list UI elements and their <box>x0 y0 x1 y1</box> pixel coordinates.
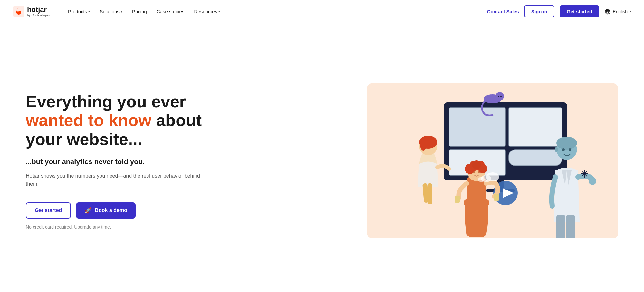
svg-point-31 <box>472 160 481 169</box>
logo-tagline: by Contentsquare <box>27 14 53 17</box>
globe-icon <box>604 8 611 15</box>
hero-content: Everything you ever wanted to know about… <box>26 92 206 229</box>
svg-point-14 <box>498 96 499 97</box>
nav-label-pricing: Pricing <box>132 9 147 14</box>
svg-point-33 <box>478 171 480 173</box>
svg-point-47 <box>555 147 558 152</box>
hero-note: No credit card required. Upgrade any tim… <box>26 224 206 229</box>
svg-point-50 <box>478 177 485 182</box>
nav-item-solutions: Solutions ▾ <box>96 6 126 17</box>
svg-rect-34 <box>455 196 460 203</box>
svg-point-40 <box>589 177 596 185</box>
hero-headline: Everything you ever wanted to know about… <box>26 92 206 149</box>
svg-rect-4 <box>449 108 505 146</box>
book-demo-button[interactable]: 🚀 Book a demo <box>76 202 135 219</box>
logo-link[interactable]: hotjar by Contentsquare <box>13 6 53 17</box>
navbar: hotjar by Contentsquare Products ▾ Solut… <box>0 0 644 23</box>
hotjar-logo-icon <box>13 6 24 17</box>
nav-link-solutions[interactable]: Solutions ▾ <box>96 6 126 17</box>
rocket-icon: 🚀 <box>84 207 91 214</box>
nav-item-case-studies: Case studies <box>153 6 188 17</box>
nav-links: Products ▾ Solutions ▾ Pricing Case stud… <box>64 6 224 17</box>
chevron-down-icon: ▾ <box>218 10 220 13</box>
svg-point-37 <box>556 137 577 150</box>
hero-subheadline: ...but your analytics never told you. <box>26 158 206 166</box>
contact-sales-link[interactable]: Contact Sales <box>487 9 519 14</box>
navbar-right: Contact Sales Sign in Get started Englis… <box>487 5 631 17</box>
svg-point-11 <box>495 92 504 101</box>
logo-text: hotjar by Contentsquare <box>27 6 53 17</box>
nav-link-resources[interactable]: Resources ▾ <box>190 6 224 17</box>
get-started-nav-button[interactable]: Get started <box>560 5 599 17</box>
nav-label-case-studies: Case studies <box>157 9 185 14</box>
hero-headline-part1: Everything you ever <box>26 92 186 111</box>
sign-in-button[interactable]: Sign in <box>524 5 554 17</box>
language-selector[interactable]: English ▾ <box>604 8 631 15</box>
svg-rect-35 <box>494 194 499 201</box>
svg-point-15 <box>500 96 502 97</box>
chevron-down-icon: ▾ <box>121 10 122 13</box>
nav-item-resources: Resources ▾ <box>190 6 224 17</box>
nav-link-pricing[interactable]: Pricing <box>128 6 151 17</box>
navbar-left: hotjar by Contentsquare Products ▾ Solut… <box>13 6 224 17</box>
svg-rect-7 <box>509 150 562 166</box>
hero-body: Hotjar shows you the numbers you need—an… <box>26 172 206 188</box>
hero-headline-highlight: wanted to know <box>26 111 151 130</box>
svg-point-46 <box>569 148 571 151</box>
nav-label-solutions: Solutions <box>100 9 120 14</box>
hero-illustration-svg <box>367 83 618 238</box>
nav-label-resources: Resources <box>194 9 217 14</box>
svg-point-19 <box>420 139 427 151</box>
book-demo-label: Book a demo <box>95 208 127 213</box>
nav-item-pricing: Pricing <box>128 6 151 17</box>
svg-rect-21 <box>428 183 432 204</box>
hero-buttons: Get started 🚀 Book a demo <box>26 202 206 219</box>
svg-point-45 <box>562 148 565 151</box>
logo-brand: hotjar <box>27 6 53 14</box>
get-started-button[interactable]: Get started <box>26 202 71 219</box>
hero-section: Everything you ever wanted to know about… <box>0 23 644 292</box>
nav-item-products: Products ▾ <box>64 6 94 17</box>
svg-rect-39 <box>566 215 575 238</box>
nav-label-products: Products <box>68 9 87 14</box>
svg-rect-6 <box>509 108 562 146</box>
chevron-down-icon: ▾ <box>88 10 90 13</box>
svg-point-32 <box>473 171 475 173</box>
svg-rect-38 <box>556 215 565 238</box>
nav-link-case-studies[interactable]: Case studies <box>153 6 188 17</box>
language-chevron-icon: ▾ <box>630 10 631 13</box>
language-label: English <box>613 9 628 14</box>
hero-illustration-area <box>367 83 618 238</box>
nav-link-products[interactable]: Products ▾ <box>64 6 94 17</box>
